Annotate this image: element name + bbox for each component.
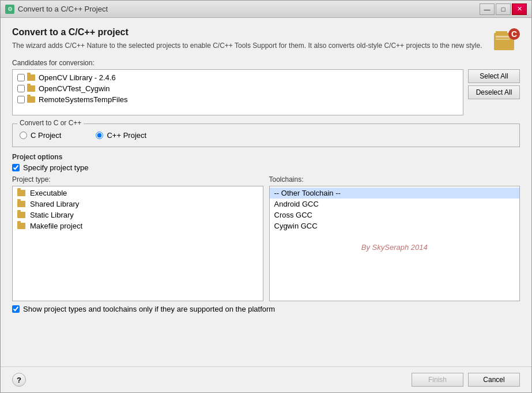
two-col-layout: Project type: Executable Shared Library [12, 175, 520, 301]
candidate-item-1: OpenCVTest_Cygwin [16, 83, 459, 94]
convert-group: Convert to C or C++ C Project C++ Projec… [12, 123, 520, 147]
candidates-container: OpenCV Library - 2.4.6 OpenCVTest_Cygwin… [12, 69, 520, 115]
project-options-label: Project options [12, 153, 520, 161]
title-bar: ⚙ Convert to a C/C++ Project — □ ✕ [1, 1, 531, 18]
project-options-section: Project options Specify project type Pro… [12, 153, 520, 313]
footer-right: Finish Cancel [412, 373, 520, 387]
restore-button[interactable]: □ [496, 3, 511, 15]
candidate-label-2: RemoteSystemsTempFiles [39, 95, 128, 104]
candidate-checkbox-0[interactable] [17, 74, 25, 81]
cancel-button[interactable]: Cancel [468, 373, 520, 387]
svg-rect-3 [496, 39, 510, 40]
folder-icon-exec [17, 190, 25, 196]
candidate-buttons: Select All Deselect All [468, 69, 520, 99]
candidate-label-0: OpenCV Library - 2.4.6 [39, 73, 116, 82]
c-project-radio[interactable] [20, 132, 27, 139]
svg-rect-1 [496, 31, 507, 35]
window-title: Convert to a C/C++ Project [18, 5, 108, 13]
candidates-label: Candidates for conversion: [12, 59, 520, 67]
page-subtitle: The wizard adds C/C++ Nature to the sele… [12, 41, 485, 51]
toolchain-other[interactable]: -- Other Toolchain -- [270, 188, 520, 199]
candidates-box: OpenCV Library - 2.4.6 OpenCVTest_Cygwin… [12, 69, 463, 115]
specify-type-row: Specify project type [12, 163, 520, 172]
folder-icon-static [17, 212, 25, 218]
toolchain-cygwin[interactable]: Cygwin GCC [270, 220, 520, 231]
cpp-project-label: C++ Project [107, 131, 146, 140]
candidate-checkbox-2[interactable] [17, 96, 25, 103]
header-text-block: Convert to a C/C++ project The wizard ad… [12, 27, 485, 51]
toolchain-other-label: -- Other Toolchain -- [274, 189, 341, 197]
page-title: Convert to a C/C++ project [12, 27, 485, 38]
app-icon: ⚙ [5, 5, 14, 14]
c-project-option[interactable]: C Project [20, 131, 61, 140]
toolchain-android-label: Android GCC [274, 200, 319, 208]
specify-type-checkbox[interactable] [12, 164, 20, 171]
platform-filter-row: Show project types and toolchains only i… [12, 305, 520, 313]
main-content: Convert to a C/C++ project The wizard ad… [1, 18, 531, 366]
minimize-button[interactable]: — [480, 3, 495, 15]
candidate-item-2: RemoteSystemsTempFiles [16, 94, 459, 105]
help-button[interactable]: ? [12, 373, 26, 387]
specify-type-label: Specify project type [23, 163, 88, 172]
footer-left: ? [12, 373, 26, 387]
candidates-section: Candidates for conversion: OpenCV Librar… [12, 59, 520, 115]
watermark: By SkySeraph 2014 [270, 231, 520, 263]
folder-icon-2 [27, 96, 35, 103]
project-type-static-lib[interactable]: Static Library [13, 209, 263, 220]
folder-icon-shared [17, 201, 25, 207]
project-type-list[interactable]: Executable Shared Library Static Library [12, 186, 263, 301]
toolchains-col-label: Toolchains: [269, 175, 520, 184]
cpp-project-radio[interactable] [96, 132, 103, 139]
project-type-col-label: Project type: [12, 175, 263, 184]
select-all-button[interactable]: Select All [468, 69, 520, 83]
folder-icon-makefile [17, 223, 25, 229]
svg-text:C: C [511, 29, 517, 39]
candidate-checkbox-1[interactable] [17, 85, 25, 92]
close-button[interactable]: ✕ [512, 3, 527, 15]
candidate-label-1: OpenCVTest_Cygwin [39, 84, 110, 93]
wizard-icon: C [491, 27, 520, 53]
footer: ? Finish Cancel [1, 366, 531, 392]
platform-filter-label: Show project types and toolchains only i… [23, 305, 275, 313]
deselect-all-button[interactable]: Deselect All [468, 85, 520, 99]
title-bar-left: ⚙ Convert to a C/C++ Project [5, 5, 108, 14]
convert-group-label: Convert to C or C++ [17, 119, 84, 127]
folder-icon-1 [27, 85, 35, 92]
project-type-makefile[interactable]: Makefile project [13, 220, 263, 231]
c-project-label: C Project [31, 131, 61, 140]
title-bar-controls: — □ ✕ [480, 3, 527, 15]
project-type-shared-lib-label: Shared Library [30, 200, 79, 208]
radio-row: C Project C++ Project [20, 129, 512, 142]
candidate-item-0: OpenCV Library - 2.4.6 [16, 72, 459, 83]
main-window: ⚙ Convert to a C/C++ Project — □ ✕ Conve… [0, 0, 532, 393]
toolchains-list[interactable]: -- Other Toolchain -- Android GCC Cross … [269, 186, 520, 301]
project-type-executable-label: Executable [30, 189, 67, 197]
finish-button[interactable]: Finish [412, 373, 463, 387]
header-section: Convert to a C/C++ project The wizard ad… [12, 27, 520, 53]
toolchain-cross[interactable]: Cross GCC [270, 209, 520, 220]
toolchain-cygwin-label: Cygwin GCC [274, 222, 318, 230]
project-type-static-lib-label: Static Library [30, 211, 74, 219]
cpp-project-option[interactable]: C++ Project [96, 131, 146, 140]
folder-icon-0 [27, 74, 35, 81]
toolchain-cross-label: Cross GCC [274, 211, 312, 219]
project-type-executable[interactable]: Executable [13, 188, 263, 199]
project-type-col: Project type: Executable Shared Library [12, 175, 263, 301]
project-type-shared-lib[interactable]: Shared Library [13, 199, 263, 209]
project-type-makefile-label: Makefile project [30, 222, 82, 230]
toolchain-android[interactable]: Android GCC [270, 199, 520, 209]
platform-filter-checkbox[interactable] [12, 305, 20, 313]
toolchains-col: Toolchains: -- Other Toolchain -- Androi… [269, 175, 520, 301]
